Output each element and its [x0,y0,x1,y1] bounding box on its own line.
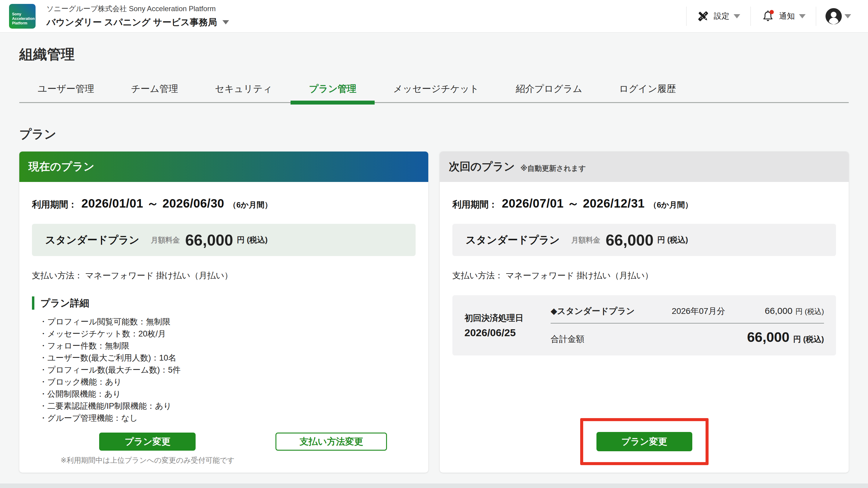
page-title: 組織管理 [19,33,849,64]
usage-period-value: 2026/01/01 ～ 2026/06/30 [82,195,224,212]
usage-period-note: （6か月間） [228,200,272,210]
change-plan-column: プラン変更 ※利用期間中は上位プランへの変更のみ受付可能です [61,432,235,465]
usage-period: 利用期間： 2026/07/01 ～ 2026/12/31 （6か月間） [453,195,836,212]
plan-detail-item: ・ブロック機能：あり [39,376,415,388]
tab-plan-management[interactable]: プラン管理 [290,78,375,102]
logo-line: Acceleration [12,17,34,21]
change-payment-method-button[interactable]: 支払い方法変更 [276,432,387,451]
account-menu[interactable] [816,8,851,25]
settings-menu[interactable]: 設定 [687,10,750,23]
billing-total-price: 66,000 [747,329,789,345]
next-plan-card: 次回のプラン ※自動更新されます 利用期間： 2026/07/01 ～ 2026… [440,152,849,473]
usage-period-value: 2026/07/01 ～ 2026/12/31 [502,195,645,212]
plan-detail-item: ・メッセージチケット数：20枚/月 [39,328,415,340]
avatar [825,8,842,25]
plan-name: スタンダードプラン [45,233,139,247]
page-bottom-edge [0,484,868,488]
current-plan-title: 現在のプラン [28,159,94,174]
billing-total-row: 合計金額 66,000 円 (税込) [551,329,824,345]
payment-method: 支払い方法： マネーフォワード 掛け払い（月払い） [32,270,415,281]
monthly-fee-unit: 円 (税込) [657,235,688,245]
chevron-down-icon [222,20,229,24]
billing-line-item: ◆スタンダードプラン 2026年07月分 66,000 円 (税込) [551,305,824,317]
usage-period-note: （6か月間） [649,200,692,210]
org-name: バウンダリー スパニング サービス事務局 [46,16,217,29]
app-header: Sony Acceleration Platform ソニーグループ株式会社 S… [0,0,868,33]
billing-divider [551,323,824,324]
first-billing-date-value: 2026/06/25 [464,327,540,338]
change-plan-note: ※利用期間中は上位プランへの変更のみ受付可能です [61,455,235,465]
section-title-plan: プラン [19,126,849,142]
notifications-menu[interactable]: 通知 [751,9,816,23]
usage-period-label: 利用期間： [453,198,498,211]
billing-item-name: ◆スタンダードプラン [551,305,672,317]
current-plan-card: 現在のプラン 利用期間： 2026/01/01 ～ 2026/06/30 （6か… [19,152,428,473]
usage-period: 利用期間： 2026/01/01 ～ 2026/06/30 （6か月間） [32,195,415,212]
first-billing-date: 初回決済処理日 2026/06/25 [464,313,540,338]
plan-detail-item: ・ユーザー数(最大ご利用人数)：10名 [39,352,415,364]
chevron-down-icon [799,14,806,19]
change-plan-button[interactable]: プラン変更 [99,432,195,451]
chevron-down-icon [844,14,851,19]
auto-renewal-note: ※自動更新されます [520,161,586,173]
plan-detail-item: ・プロフィール閲覧可能数：無制限 [39,316,415,328]
sony-acceleration-platform-logo: Sony Acceleration Platform [9,4,36,29]
first-billing-date-label: 初回決済処理日 [464,313,540,324]
plan-detail-item: ・公開制限機能：あり [39,388,415,400]
tab-bar: ユーザー管理 チーム管理 セキュリティ プラン管理 メッセージチケット 紹介プロ… [19,78,849,103]
tab-referral-program[interactable]: 紹介プログラム [497,78,601,102]
payment-method: 支払い方法： マネーフォワード 掛け払い（月払い） [453,270,836,281]
billing-total-price-unit: 円 (税込) [793,334,824,345]
header-org-block: ソニーグループ株式会社 Sony Acceleration Platform バ… [46,4,229,29]
plan-price-box: スタンダードプラン 月額料金 66,000 円 (税込) [453,224,836,256]
settings-icon [697,10,710,23]
first-billing-box: 初回決済処理日 2026/06/25 ◆スタンダードプラン 2026年07月分 … [453,295,836,355]
change-plan-button[interactable]: プラン変更 [596,432,692,451]
plan-detail-item: ・フォロー件数：無制限 [39,340,415,352]
monthly-fee-amount: 66,000 [185,231,233,249]
billing-item-price-unit: 円 (税込) [795,307,824,316]
billing-details: ◆スタンダードプラン 2026年07月分 66,000 円 (税込) 合計金額 … [551,305,824,345]
org-switcher[interactable]: バウンダリー スパニング サービス事務局 [46,16,229,29]
plan-detail-item: ・二要素認証機能/IP制限機能：あり [39,400,415,412]
notifications-label: 通知 [779,11,795,22]
current-plan-body: 利用期間： 2026/01/01 ～ 2026/06/30 （6か月間） スタン… [19,182,428,473]
billing-item-price: 66,000 [765,306,793,316]
current-plan-card-header: 現在のプラン [19,152,428,182]
next-plan-body: 利用期間： 2026/07/01 ～ 2026/12/31 （6か月間） スタン… [440,182,849,473]
current-plan-actions: プラン変更 ※利用期間中は上位プランへの変更のみ受付可能です 支払い方法変更 [32,432,415,465]
main-content: 組織管理 ユーザー管理 チーム管理 セキュリティ プラン管理 メッセージチケット… [0,33,868,473]
plan-detail-item: ・グループ管理機能：なし [39,412,415,424]
billing-total-label: 合計金額 [551,333,584,345]
plan-detail-item: ・プロフィール数(最大チーム数)：5件 [39,364,415,376]
red-highlight-annotation: プラン変更 [580,418,709,465]
tab-security[interactable]: セキュリティ [196,78,290,102]
monthly-fee-amount: 66,000 [606,231,653,249]
bell-icon [761,9,775,23]
tab-message-tickets[interactable]: メッセージチケット [375,78,497,102]
tab-login-history[interactable]: ログイン履歴 [601,78,694,102]
tab-user-management[interactable]: ユーザー管理 [19,78,113,102]
settings-label: 設定 [714,11,730,22]
notification-badge [770,10,774,14]
next-plan-title: 次回のプラン [449,159,515,174]
monthly-fee-label: 月額料金 [151,235,180,245]
plan-details-title: プラン詳細 [32,296,415,310]
monthly-fee-unit: 円 (税込) [237,235,268,245]
header-actions: 設定 通知 [686,7,851,26]
company-name: ソニーグループ株式会社 Sony Acceleration Platform [46,4,229,13]
tab-team-management[interactable]: チーム管理 [113,78,196,102]
usage-period-label: 利用期間： [32,198,77,211]
logo-line: Platform [12,21,34,26]
logo-line: Sony [12,12,34,17]
plan-name: スタンダードプラン [466,233,560,247]
next-plan-card-header: 次回のプラン ※自動更新されます [440,152,849,182]
plan-price-box: スタンダードプラン 月額料金 66,000 円 (税込) [32,224,415,256]
billing-item-period: 2026年07月分 [672,305,765,317]
chevron-down-icon [734,14,740,19]
monthly-fee-label: 月額料金 [571,235,600,245]
plan-cards: 現在のプラン 利用期間： 2026/01/01 ～ 2026/06/30 （6か… [19,152,849,473]
plan-details-list: ・プロフィール閲覧可能数：無制限 ・メッセージチケット数：20枚/月 ・フォロー… [32,316,415,424]
